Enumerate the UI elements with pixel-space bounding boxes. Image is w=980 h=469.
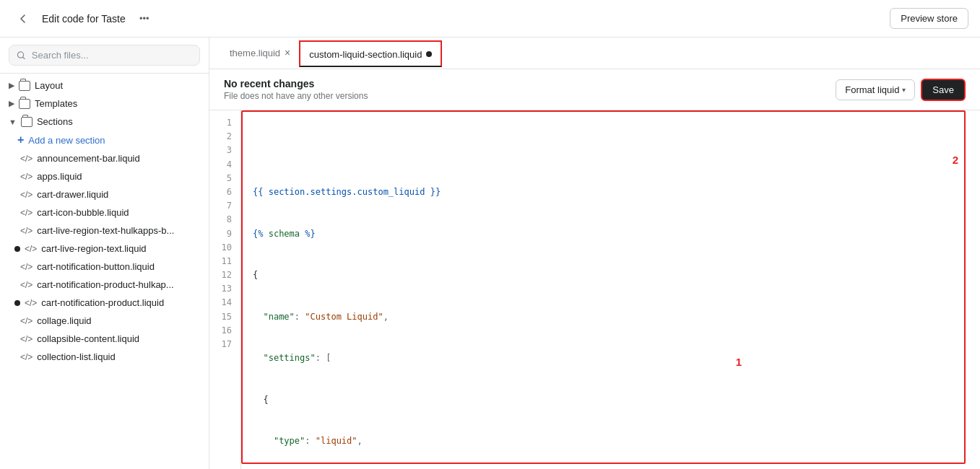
folder-icon <box>21 117 32 127</box>
folder-icon <box>19 99 30 109</box>
search-bar <box>0 38 209 74</box>
sidebar: ▶ Layout ▶ Templates ▼ Sections + Add a … <box>0 38 209 469</box>
editor-area[interactable]: 1 2 3 4 5 6 7 8 9 10 11 12 13 14 15 16 1 <box>209 110 980 469</box>
search-input-wrap[interactable] <box>9 45 200 66</box>
sidebar-item-cart-live-region[interactable]: </> cart-live-region-text.liquid <box>0 240 209 258</box>
save-button[interactable]: Save <box>921 79 966 101</box>
file-label: cart-live-region-text-hulkapps-b... <box>37 225 174 236</box>
editor-actions: Format liquid ▾ Save <box>836 79 966 101</box>
file-label: collage.liquid <box>37 315 91 326</box>
sidebar-item-apps[interactable]: </> apps.liquid <box>0 167 209 185</box>
sidebar-item-cart-drawer[interactable]: </> cart-drawer.liquid <box>0 185 209 203</box>
chevron-down-icon: ▾ <box>902 86 906 94</box>
sidebar-item-label: Templates <box>35 98 77 109</box>
sidebar-item-collection-list[interactable]: </> collection-list.liquid <box>0 348 209 366</box>
code-icon: </> <box>20 334 32 344</box>
chevron-right-icon: ▶ <box>9 81 14 90</box>
status-title: No recent changes <box>224 78 368 89</box>
code-line-3: { <box>253 268 968 282</box>
sidebar-tree: ▶ Layout ▶ Templates ▼ Sections + Add a … <box>0 74 209 469</box>
file-label: cart-drawer.liquid <box>37 189 108 200</box>
code-icon: </> <box>20 226 32 236</box>
dots-icon: ••• <box>139 13 149 24</box>
file-label: cart-notification-button.liquid <box>37 261 155 272</box>
page-title: Edit code for Taste <box>42 13 126 25</box>
chevron-right-icon: ▶ <box>9 99 14 108</box>
file-label: cart-icon-bubble.liquid <box>37 207 129 218</box>
code-line-2: {% schema %} <box>253 227 968 241</box>
sidebar-item-collage[interactable]: </> collage.liquid <box>0 312 209 330</box>
chevron-down-icon: ▼ <box>9 118 17 126</box>
sidebar-item-cart-live-hulkapps[interactable]: </> cart-live-region-text-hulkapps-b... <box>0 222 209 240</box>
bullet-indicator <box>14 300 20 306</box>
sidebar-item-cart-icon-bubble[interactable]: </> cart-icon-bubble.liquid <box>0 203 209 222</box>
sidebar-item-cart-notification-product[interactable]: </> cart-notification-product.liquid <box>0 294 209 312</box>
sidebar-item-label: Layout <box>35 80 63 91</box>
format-liquid-button[interactable]: Format liquid ▾ <box>836 79 915 100</box>
code-icon: </> <box>20 280 32 290</box>
sidebar-item-label: Sections <box>37 116 73 127</box>
code-icon: </> <box>20 316 32 326</box>
add-section-label: Add a new section <box>28 135 105 146</box>
tab-label: theme.liquid <box>230 48 280 58</box>
code-icon: </> <box>20 190 32 200</box>
file-label: apps.liquid <box>37 171 82 182</box>
more-options-button[interactable]: ••• <box>133 7 156 30</box>
sidebar-item-cart-notification-button[interactable]: </> cart-notification-button.liquid <box>0 258 209 276</box>
tab-close-icon[interactable]: × <box>285 48 290 58</box>
status-subtitle: File does not have any other versions <box>224 91 368 101</box>
topbar-left: Edit code for Taste ••• <box>12 7 156 30</box>
file-label: collapsible-content.liquid <box>37 333 139 344</box>
content-panel: theme.liquid × custom-liquid-section.liq… <box>209 38 980 469</box>
search-input[interactable] <box>32 50 192 61</box>
file-label: collection-list.liquid <box>37 351 115 362</box>
file-label: announcement-bar.liquid <box>37 153 139 164</box>
tab-theme-liquid[interactable]: theme.liquid × <box>221 40 299 67</box>
tab-custom-liquid-section[interactable]: custom-liquid-section.liquid <box>299 40 442 67</box>
line-numbers: 1 2 3 4 5 6 7 8 9 10 11 12 13 14 15 16 1 <box>209 110 241 469</box>
code-icon: </> <box>20 172 32 182</box>
code-icon: </> <box>20 352 32 362</box>
preview-store-button[interactable]: Preview store <box>890 8 968 29</box>
format-label: Format liquid <box>845 84 899 95</box>
code-icon: </> <box>20 208 32 218</box>
folder-icon <box>19 81 30 91</box>
unsaved-indicator <box>426 51 432 57</box>
file-label: cart-notification-product.liquid <box>41 297 164 308</box>
code-icon: </> <box>20 154 32 164</box>
search-icon <box>17 51 26 61</box>
sidebar-item-templates[interactable]: ▶ Templates <box>0 95 209 113</box>
code-line-4: "name": "Custom Liquid", <box>253 310 968 324</box>
code-line-5: "settings": [ <box>253 351 968 365</box>
bullet-indicator <box>14 246 20 252</box>
code-line-1: {{ section.settings.custom_liquid }} <box>253 185 968 199</box>
file-label: cart-notification-product-hulkap... <box>37 279 173 290</box>
code-icon: </> <box>20 262 32 272</box>
sidebar-item-sections[interactable]: ▼ Sections <box>0 113 209 131</box>
plus-icon: + <box>17 134 24 146</box>
editor-wrapper: 1 2 3 4 5 6 7 8 9 10 11 12 13 14 15 16 1 <box>209 110 980 469</box>
sidebar-item-layout[interactable]: ▶ Layout <box>0 76 209 95</box>
sidebar-item-announcement-bar[interactable]: </> announcement-bar.liquid <box>0 149 209 167</box>
sidebar-item-cart-notification-product-hulkap[interactable]: </> cart-notification-product-hulkap... <box>0 276 209 294</box>
code-icon: </> <box>25 298 37 308</box>
code-icon: </> <box>25 244 37 254</box>
file-status: No recent changes File does not have any… <box>224 78 368 101</box>
file-label: cart-live-region-text.liquid <box>41 243 146 254</box>
add-new-section-button[interactable]: + Add a new section <box>0 131 209 149</box>
tab-bar: theme.liquid × custom-liquid-section.liq… <box>209 38 980 69</box>
code-line-6: { <box>253 393 968 407</box>
tab-label: custom-liquid-section.liquid <box>309 49 422 60</box>
code-content[interactable]: {{ section.settings.custom_liquid }} {% … <box>241 110 980 469</box>
code-line-7: "type": "liquid", <box>253 434 968 448</box>
topbar: Edit code for Taste ••• Preview store <box>0 0 980 38</box>
back-button[interactable] <box>12 7 35 30</box>
main-layout: ▶ Layout ▶ Templates ▼ Sections + Add a … <box>0 38 980 469</box>
editor-header: No recent changes File does not have any… <box>209 69 980 110</box>
sidebar-item-collapsible-content[interactable]: </> collapsible-content.liquid <box>0 330 209 348</box>
